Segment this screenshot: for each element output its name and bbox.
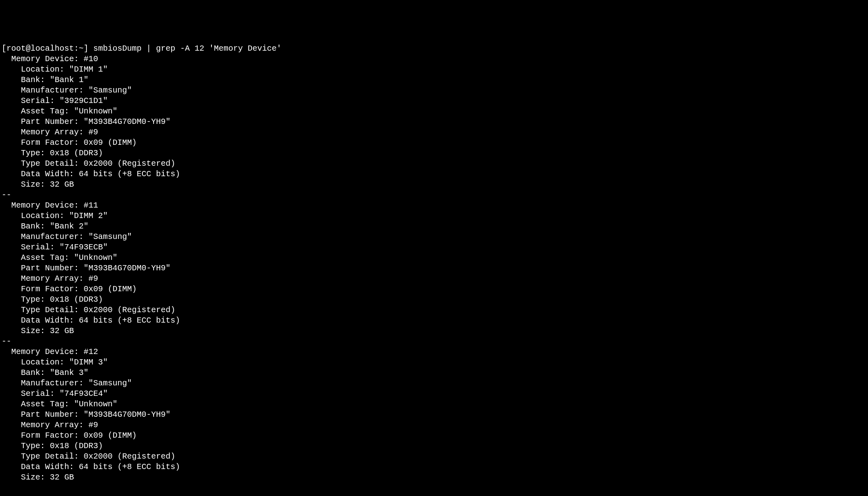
memory-device-header: Memory Device: #12 xyxy=(2,347,98,356)
memory-array-line: Memory Array: #9 xyxy=(2,128,98,137)
part-number-line: Part Number: "M393B4G70DM0-YH9" xyxy=(2,410,170,419)
manufacturer-line: Manufacturer: "Samsung" xyxy=(2,86,132,95)
form-factor-line: Form Factor: 0x09 (DIMM) xyxy=(2,431,137,440)
grep-separator: -- xyxy=(2,337,11,346)
data-width-line: Data Width: 64 bits (+8 ECC bits) xyxy=(2,169,180,179)
part-number-line: Part Number: "M393B4G70DM0-YH9" xyxy=(2,117,170,126)
type-detail-line: Type Detail: 0x2000 (Registered) xyxy=(2,452,175,461)
data-width-line: Data Width: 64 bits (+8 ECC bits) xyxy=(2,462,180,471)
type-line: Type: 0x18 (DDR3) xyxy=(2,295,103,304)
memory-array-line: Memory Array: #9 xyxy=(2,420,98,430)
bank-line: Bank: "Bank 3" xyxy=(2,368,88,377)
manufacturer-line: Manufacturer: "Samsung" xyxy=(2,379,132,388)
terminal-output[interactable]: [root@localhost:~] smbiosDump | grep -A … xyxy=(2,43,866,483)
memory-array-line: Memory Array: #9 xyxy=(2,274,98,283)
form-factor-line: Form Factor: 0x09 (DIMM) xyxy=(2,284,137,294)
serial-line: Serial: "74F93CE4" xyxy=(2,389,108,398)
memory-device-header: Memory Device: #10 xyxy=(2,54,98,64)
memory-device-header: Memory Device: #11 xyxy=(2,201,98,210)
serial-line: Serial: "3929C1D1" xyxy=(2,96,108,105)
type-detail-line: Type Detail: 0x2000 (Registered) xyxy=(2,159,175,168)
size-line: Size: 32 GB xyxy=(2,326,74,335)
size-line: Size: 32 GB xyxy=(2,180,74,189)
type-detail-line: Type Detail: 0x2000 (Registered) xyxy=(2,305,175,315)
type-line: Type: 0x18 (DDR3) xyxy=(2,441,103,451)
serial-line: Serial: "74F93ECB" xyxy=(2,243,108,252)
asset-tag-line: Asset Tag: "Unknown" xyxy=(2,253,117,262)
asset-tag-line: Asset Tag: "Unknown" xyxy=(2,107,117,116)
manufacturer-line: Manufacturer: "Samsung" xyxy=(2,232,132,241)
data-width-line: Data Width: 64 bits (+8 ECC bits) xyxy=(2,316,180,325)
type-line: Type: 0x18 (DDR3) xyxy=(2,148,103,158)
part-number-line: Part Number: "M393B4G70DM0-YH9" xyxy=(2,263,170,273)
command-prompt-line: [root@localhost:~] smbiosDump | grep -A … xyxy=(2,44,281,53)
grep-separator: -- xyxy=(2,190,11,200)
form-factor-line: Form Factor: 0x09 (DIMM) xyxy=(2,138,137,147)
size-line: Size: 32 GB xyxy=(2,473,74,482)
location-line: Location: "DIMM 3" xyxy=(2,358,108,367)
asset-tag-line: Asset Tag: "Unknown" xyxy=(2,399,117,409)
location-line: Location: "DIMM 2" xyxy=(2,211,108,220)
bank-line: Bank: "Bank 2" xyxy=(2,222,88,231)
location-line: Location: "DIMM 1" xyxy=(2,65,108,74)
bank-line: Bank: "Bank 1" xyxy=(2,75,88,84)
